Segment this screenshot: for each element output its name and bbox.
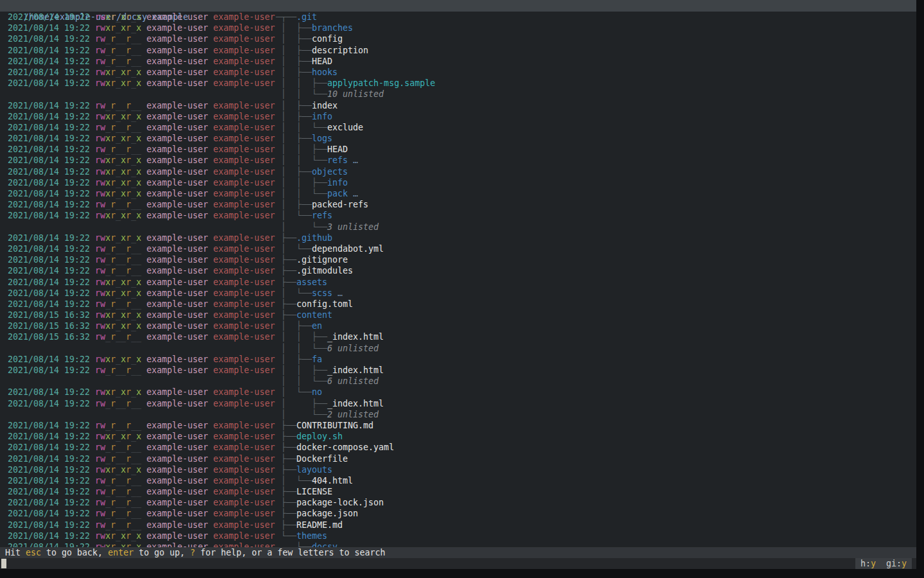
file-owner: example-user <box>141 67 213 77</box>
file-meta: 2021/08/14 19:22 rwxr_xr_x example-user … <box>3 188 275 199</box>
file-owner: example-user <box>141 46 213 55</box>
tree-row[interactable]: 2021/08/14 19:22 rw_r__r__ example-user … <box>0 520 916 530</box>
tree-row[interactable]: 2021/08/14 19:22 rw_r__r__ example-user … <box>0 508 916 519</box>
tree-row[interactable]: 2021/08/14 19:22 rw_r__r__ example-user … <box>0 243 916 254</box>
tree-entry: ├──config.toml <box>276 299 353 310</box>
tree-branch-lines: │ └── <box>276 244 312 254</box>
tree-row[interactable]: 2021/08/14 19:22 rwxr_xr_x example-user … <box>0 354 916 365</box>
file-group: example-user <box>213 200 275 209</box>
file-date: 2021/08/14 19:22 <box>3 277 95 287</box>
dir-name: branches <box>312 23 353 33</box>
file-meta: 2021/08/14 19:22 rw_r__r__ example-user … <box>3 442 275 453</box>
tree-row[interactable]: 2021/08/15 16:32 rwxr_xr_x example-user … <box>0 320 916 331</box>
tree-row[interactable]: 2021/08/14 19:22 rwxr_xr_x example-user … <box>0 288 916 299</box>
file-group: example-user <box>213 67 275 77</box>
file-name: applypatch-msg.sample <box>327 78 435 88</box>
file-permissions: rwxr_xr_x <box>95 211 141 220</box>
tree-row[interactable]: 2021/08/14 19:22 rwxr_xr_x example-user … <box>0 541 916 547</box>
tree-row[interactable]: 2021/08/14 19:22 rw_r__r__ example-user … <box>0 199 916 210</box>
tree-row[interactable]: 2021/08/14 19:22 rw_r__r__ example-user … <box>0 453 916 464</box>
tree-row[interactable]: 2021/08/14 19:22 rwxr_xr_x example-user … <box>0 431 916 442</box>
file-permissions: rw_r__r__ <box>95 200 141 209</box>
tree-branch-lines: │ ├── <box>276 167 312 177</box>
file-name: package.json <box>296 509 358 518</box>
tree-row[interactable]: 2021/08/14 19:22 rwxr_xr_x example-user … <box>0 78 916 89</box>
file-permissions: rw_r__r__ <box>95 520 141 530</box>
tree-branch-lines: ├── <box>276 432 296 441</box>
file-permissions: rw_r__r__ <box>95 365 141 375</box>
file-owner: example-user <box>141 487 213 496</box>
tree-row[interactable]: 2021/08/14 19:22 rwxr_xr_x example-user … <box>0 277 916 288</box>
tree-row[interactable]: 2021/08/14 19:22 rwxr_xr_x example-user … <box>0 464 916 475</box>
tree-row[interactable]: 2021/08/14 19:22 rw_r__r__ example-user … <box>0 45 916 56</box>
file-date: 2021/08/14 19:22 <box>3 387 95 397</box>
tree-row[interactable]: 2021/08/14 19:22 rwxr_xr_x example-user … <box>0 111 916 122</box>
tree-branch-lines: ├── <box>276 299 296 309</box>
tree-row[interactable]: 2021/08/14 19:22 rwxr_xr_x example-user … <box>0 210 916 221</box>
file-permissions: rwxr_xr_x <box>95 167 141 177</box>
file-meta: 2021/08/14 19:22 rw_r__r__ example-user … <box>3 453 275 464</box>
file-date: 2021/08/14 19:22 <box>3 454 95 464</box>
tree-row[interactable]: 2021/08/14 19:22 rwxr_xr_x example-user … <box>0 387 916 398</box>
tree-branch-lines: │ │ └── <box>276 344 327 353</box>
hint-bar: Hit esc to go back, enter to go up, ? fo… <box>0 547 916 558</box>
tree-branch-lines: │ ├── <box>276 57 312 66</box>
tree-row[interactable]: 2021/08/14 19:22 rw_r__r__ example-user … <box>0 475 916 486</box>
tree-row[interactable]: 2021/08/14 19:22 rwxr_xr_x example-user … <box>0 166 916 177</box>
tree-branch-lines: ├── <box>276 509 296 518</box>
file-owner: example-user <box>141 244 213 254</box>
tree-row[interactable]: 2021/08/14 19:22 rwxr_xr_x example-user … <box>0 188 916 199</box>
tree-branch-lines: │ │ ├── <box>276 332 327 342</box>
tree-row[interactable]: 2021/08/14 19:22 rwxr_xr_x example-user … <box>0 177 916 188</box>
file-owner: example-user <box>141 167 213 177</box>
tree-entry: │ │ └──pack … <box>276 188 358 199</box>
tree-row[interactable]: 2021/08/14 19:22 rw_r__r__ example-user … <box>0 122 916 133</box>
file-group: example-user <box>213 531 275 541</box>
tree-entry: ├──Dockerfile <box>276 453 348 464</box>
tree-entry: │ └──refs <box>276 210 332 221</box>
tree-entry: │ │ ├──_index.html <box>276 331 384 342</box>
tree-row[interactable]: 2021/08/14 19:22 rwxr_xr_x example-user … <box>0 530 916 541</box>
search-input[interactable]: h:y gi:y <box>0 558 916 569</box>
file-meta: 2021/08/15 16:32 rwxr_xr_x example-user … <box>3 320 275 331</box>
tree-row[interactable]: 2021/08/14 19:22 rw_r__r__ example-user … <box>0 420 916 431</box>
tree-row[interactable]: 2021/08/14 19:22 rwxr_xr_x example-user … <box>0 67 916 78</box>
tree-row[interactable]: 2021/08/14 19:22 rw_r__r__ example-user … <box>0 254 916 265</box>
file-permissions: rw_r__r__ <box>95 57 141 66</box>
hint-text: for help, or a few letters to search <box>195 548 385 557</box>
file-owner: example-user <box>141 155 213 165</box>
tree-row[interactable]: 2021/08/14 19:22 rwxr_xr_x example-user … <box>0 133 916 144</box>
tree-row[interactable]: 2021/08/14 19:22 rw_r__r__ example-user … <box>0 265 916 276</box>
tree-row[interactable]: 2021/08/15 16:32 rw_r__r__ example-user … <box>0 331 916 342</box>
dir-name: logs <box>312 134 332 143</box>
tree-row[interactable]: 2021/08/14 19:22 rw_r__r__ example-user … <box>0 100 916 111</box>
tree-entry: │ │ ├──applypatch-msg.sample <box>276 78 435 89</box>
file-group: example-user <box>213 112 275 121</box>
tree-row[interactable]: 2021/08/14 19:22 rw_r__r__ example-user … <box>0 497 916 508</box>
file-date: 2021/08/14 19:22 <box>3 244 95 254</box>
tree-row[interactable]: 2021/08/14 19:22 rw_r__r__ example-user … <box>0 442 916 453</box>
file-date: 2021/08/14 19:22 <box>3 46 95 55</box>
tree-row[interactable]: 2021/08/15 16:32 rwxr_xr_x example-user … <box>0 310 916 320</box>
tree-row[interactable]: 2021/08/14 19:22 rwxr_xr_x example-user … <box>0 155 916 166</box>
file-name: deploy.sh <box>296 432 343 441</box>
tree-row[interactable]: 2021/08/14 19:22 rw_r__r__ example-user … <box>0 144 916 155</box>
file-date: 2021/08/15 16:32 <box>3 332 95 342</box>
tree-row[interactable]: 2021/08/14 19:22 rw_r__r__ example-user … <box>0 365 916 376</box>
tree-row[interactable]: 2021/08/14 19:22 rw_r__r__ example-user … <box>0 398 916 409</box>
tree-row[interactable]: 2021/08/14 19:22 rwxr_xr_x example-user … <box>0 232 916 243</box>
tree-entry: ├──layouts <box>276 464 332 475</box>
tree-row[interactable]: 2021/08/14 19:22 rw_r__r__ example-user … <box>0 299 916 310</box>
tree-row[interactable]: 2021/08/14 19:22 rwxr_xr_x example-user … <box>0 12 916 22</box>
tree-row[interactable]: 2021/08/14 19:22 rw_r__r__ example-user … <box>0 56 916 67</box>
file-meta: 2021/08/14 19:22 rwxr_xr_x example-user … <box>3 177 275 188</box>
file-permissions: rwxr_xr_x <box>95 531 141 541</box>
file-owner: example-user <box>141 299 213 309</box>
file-owner: example-user <box>141 101 213 110</box>
tree-row[interactable]: 2021/08/14 19:22 rwxr_xr_x example-user … <box>0 22 916 33</box>
file-group: example-user <box>213 421 275 430</box>
tree-row[interactable]: 2021/08/14 19:22 rw_r__r__ example-user … <box>0 486 916 497</box>
file-permissions: rwxr_xr_x <box>95 178 141 188</box>
file-meta: 2021/08/14 19:22 rw_r__r__ example-user … <box>3 56 275 67</box>
tree-row[interactable]: 2021/08/14 19:22 rw_r__r__ example-user … <box>0 33 916 44</box>
